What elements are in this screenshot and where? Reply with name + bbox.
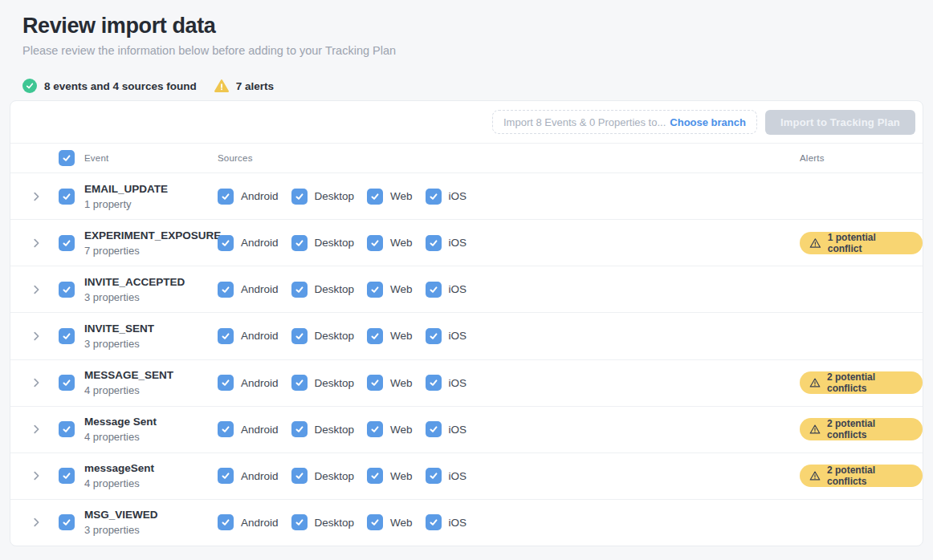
source-group: Desktop [291,235,355,251]
table-body: EMAIL_UPDATE 1 property Android Desktop … [10,173,923,546]
sources-cell: Android Desktop Web iOS [218,421,800,437]
source-label: Desktop [315,424,355,436]
source-label: Android [241,470,279,482]
alert-badge-label: 1 potential conflict [828,232,911,254]
event-checkbox[interactable] [59,421,75,437]
success-check-icon [22,79,37,93]
branch-picker[interactable]: Import 8 Events & 0 Properties to... Cho… [492,110,757,134]
source-group: Desktop [291,514,355,530]
event-checkbox[interactable] [59,282,75,298]
source-checkbox[interactable] [218,328,234,344]
source-group: Desktop [291,468,355,484]
expand-chevron-icon[interactable] [28,517,44,528]
event-properties: 7 properties [84,245,218,257]
event-checkbox[interactable] [59,328,75,344]
source-label: Desktop [315,517,355,529]
header-alerts: Alerts [800,153,923,163]
alert-triangle-icon [809,470,821,481]
expand-chevron-icon[interactable] [28,284,44,295]
source-checkbox[interactable] [367,375,383,391]
source-checkbox[interactable] [367,468,383,484]
source-checkbox[interactable] [291,189,308,205]
source-checkbox[interactable] [218,514,234,530]
card-toolbar: Import 8 Events & 0 Properties to... Cho… [10,101,923,144]
event-checkbox[interactable] [59,235,75,251]
alert-badge: 2 potential conflicts [800,371,923,394]
source-group: Desktop [291,375,355,391]
summary-alerts-text: 7 alerts [236,80,274,92]
source-label: Android [241,237,279,249]
expand-chevron-icon[interactable] [28,191,44,202]
source-group: Desktop [291,421,355,437]
source-label: Web [390,470,413,482]
expand-chevron-icon[interactable] [28,377,44,388]
table-row: Message Sent 4 properties Android Deskto… [10,407,923,453]
event-checkbox[interactable] [59,189,75,205]
event-name: MSG_VIEWED [84,509,218,521]
expand-chevron-icon[interactable] [28,331,44,342]
warning-triangle-icon [214,79,229,92]
source-checkbox[interactable] [426,189,442,205]
source-checkbox[interactable] [218,468,234,484]
alert-badge: 1 potential conflict [800,232,923,254]
expand-chevron-icon[interactable] [28,470,44,481]
page-subtitle: Please review the information below befo… [22,44,911,57]
event-name: EMAIL_UPDATE [84,183,218,195]
event-checkbox[interactable] [59,375,75,391]
source-checkbox[interactable] [218,282,234,298]
event-name: INVITE_SENT [84,323,218,335]
source-checkbox[interactable] [218,375,234,391]
source-label: Android [241,377,279,389]
source-label: Android [241,330,279,342]
source-checkbox[interactable] [367,514,383,530]
expand-chevron-icon[interactable] [28,424,44,435]
source-checkbox[interactable] [218,421,234,437]
source-checkbox[interactable] [291,328,308,344]
source-checkbox[interactable] [291,514,308,530]
sources-cell: Android Desktop Web iOS [218,375,800,391]
import-to-tracking-plan-button[interactable]: Import to Tracking Plan [765,110,915,135]
event-checkbox[interactable] [59,468,75,484]
source-checkbox[interactable] [367,421,383,437]
choose-branch-link[interactable]: Choose branch [670,116,746,128]
table-row: INVITE_ACCEPTED 3 properties Android Des… [10,266,923,313]
source-group: Android [218,468,279,484]
source-checkbox[interactable] [367,235,383,251]
alert-triangle-icon [809,377,821,388]
source-checkbox[interactable] [291,421,308,437]
source-checkbox[interactable] [291,282,308,298]
summary-found: 8 events and 4 sources found [22,79,197,93]
source-checkbox[interactable] [367,189,383,205]
event-name: EXPERIMENT_EXPOSURE [84,229,218,241]
select-all-checkbox[interactable] [59,150,75,166]
expand-chevron-icon[interactable] [28,237,44,249]
event-properties: 4 properties [84,477,218,489]
summary-found-text: 8 events and 4 sources found [44,80,197,92]
source-label: Android [241,190,279,202]
source-checkbox[interactable] [426,514,442,530]
table-row: INVITE_SENT 3 properties Android Desktop… [10,313,923,359]
event-checkbox[interactable] [59,514,75,530]
source-checkbox[interactable] [426,468,442,484]
table-row: EMAIL_UPDATE 1 property Android Desktop … [10,173,923,220]
alert-badge-label: 2 potential conflicts [827,465,911,487]
source-checkbox[interactable] [218,189,234,205]
event-properties: 3 properties [84,524,218,536]
source-checkbox[interactable] [367,282,383,298]
source-checkbox[interactable] [291,375,308,391]
source-checkbox[interactable] [426,235,442,251]
source-checkbox[interactable] [426,328,442,344]
source-checkbox[interactable] [426,375,442,391]
source-label: Web [390,330,413,342]
summary-row: 8 events and 4 sources found 7 alerts [22,79,933,93]
source-checkbox[interactable] [291,468,308,484]
source-checkbox[interactable] [367,328,383,344]
source-checkbox[interactable] [218,235,234,251]
source-group: iOS [426,468,467,484]
source-checkbox[interactable] [426,421,442,437]
source-group: Android [218,328,279,344]
source-checkbox[interactable] [426,282,442,298]
source-checkbox[interactable] [291,235,308,251]
source-group: Desktop [291,189,355,205]
event-properties: 3 properties [84,338,218,350]
